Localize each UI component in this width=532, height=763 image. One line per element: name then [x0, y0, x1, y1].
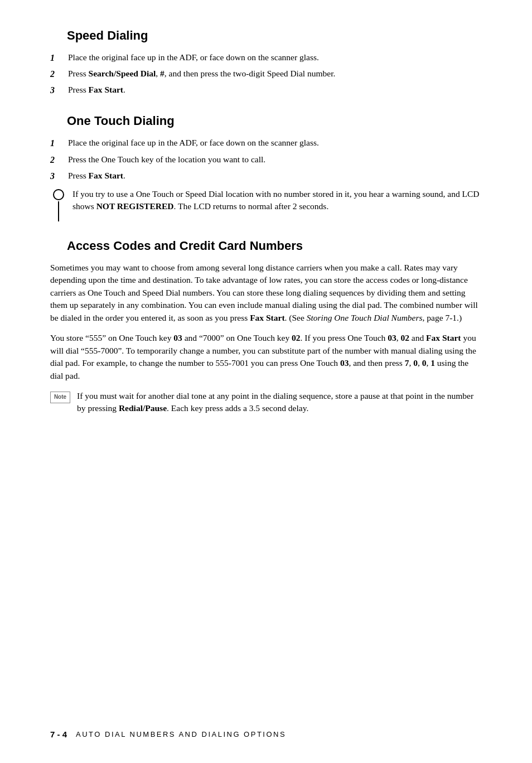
note-line-icon: [58, 201, 59, 221]
footer: 7 - 4 AUTO DIAL NUMBERS AND DIALING OPTI…: [50, 728, 482, 741]
access-codes-paragraph-1: Sometimes you may want to choose from am…: [50, 262, 482, 324]
step-text: Press Fax Start.: [68, 170, 482, 182]
step-text: Place the original face up in the ADF, o…: [68, 137, 482, 149]
list-item: 1 Place the original face up in the ADF,…: [50, 51, 482, 64]
one-touch-dialing-list: 1 Place the original face up in the ADF,…: [50, 137, 482, 182]
one-touch-dialing-section: One Touch Dialing 1 Place the original f…: [50, 112, 482, 221]
list-item: 3 Press Fax Start.: [50, 84, 482, 96]
note-box: Note If you must wait for another dial t…: [50, 390, 482, 415]
note-box-icon: Note: [50, 392, 70, 403]
step-number: 1: [50, 137, 68, 149]
step-number: 2: [50, 153, 68, 166]
note-circle-icon: [53, 189, 64, 200]
list-item: 2 Press Search/Speed Dial, #, and then p…: [50, 67, 482, 80]
access-codes-heading: Access Codes and Credit Card Numbers: [67, 237, 482, 255]
step-text: Press Fax Start.: [68, 84, 482, 96]
access-codes-section: Access Codes and Credit Card Numbers Som…: [50, 237, 482, 415]
access-codes-paragraph-2: You store “555” on One Touch key 03 and …: [50, 332, 482, 382]
one-touch-dialing-heading: One Touch Dialing: [67, 112, 482, 130]
step-text: Place the original face up in the ADF, o…: [68, 51, 482, 64]
page: Speed Dialing 1 Place the original face …: [0, 0, 532, 763]
circle-note: If you try to use a One Touch or Speed D…: [50, 188, 482, 221]
step-number: 2: [50, 67, 68, 80]
list-item: 2 Press the One Touch key of the locatio…: [50, 153, 482, 166]
step-number: 3: [50, 84, 68, 96]
speed-dialing-heading: Speed Dialing: [67, 27, 482, 45]
list-item: 1 Place the original face up in the ADF,…: [50, 137, 482, 149]
step-text: Press the One Touch key of the location …: [68, 153, 482, 166]
step-number: 3: [50, 170, 68, 182]
step-text: Press Search/Speed Dial, #, and then pre…: [68, 67, 482, 80]
step-number: 1: [50, 51, 68, 64]
speed-dialing-list: 1 Place the original face up in the ADF,…: [50, 51, 482, 97]
footer-chapter-title: AUTO DIAL NUMBERS AND DIALING OPTIONS: [76, 730, 286, 740]
footer-page-number: 7 - 4: [50, 728, 67, 741]
note-icon: [50, 189, 67, 221]
list-item: 3 Press Fax Start.: [50, 170, 482, 182]
note-box-content: If you must wait for another dial tone a…: [77, 390, 482, 415]
note-content: If you try to use a One Touch or Speed D…: [72, 188, 482, 213]
speed-dialing-section: Speed Dialing 1 Place the original face …: [50, 27, 482, 96]
